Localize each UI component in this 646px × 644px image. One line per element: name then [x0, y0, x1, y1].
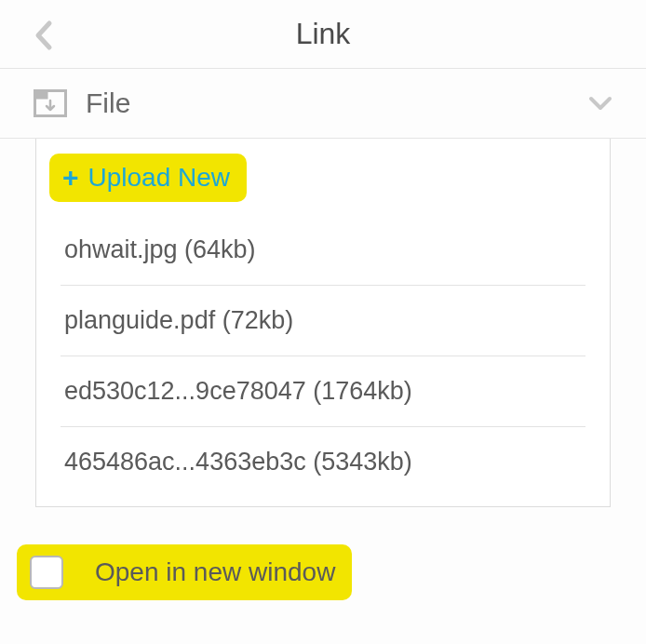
file-item[interactable]: 465486ac...4363eb3c (5343kb) [61, 427, 585, 497]
file-list-panel: + Upload New ohwait.jpg (64kb)planguide.… [35, 139, 611, 507]
file-item[interactable]: planguide.pdf (72kb) [61, 286, 585, 356]
file-item[interactable]: ohwait.jpg (64kb) [61, 215, 585, 286]
chevron-down-icon [588, 96, 612, 111]
file-folder-icon [34, 89, 67, 117]
upload-new-label: Upload New [88, 163, 231, 193]
open-new-window-label: Open in new window [95, 557, 335, 587]
link-type-selector[interactable]: File [0, 69, 646, 139]
file-item[interactable]: ed530c12...9ce78047 (1764kb) [61, 356, 585, 427]
svg-rect-1 [35, 91, 48, 100]
upload-new-button[interactable]: + Upload New [49, 154, 247, 202]
plus-icon: + [62, 164, 79, 192]
page-title: Link [34, 17, 612, 51]
open-new-window-checkbox[interactable] [30, 556, 63, 589]
header: Link [0, 0, 646, 69]
link-type-label: File [86, 87, 588, 119]
open-new-window-option[interactable]: Open in new window [17, 544, 352, 600]
